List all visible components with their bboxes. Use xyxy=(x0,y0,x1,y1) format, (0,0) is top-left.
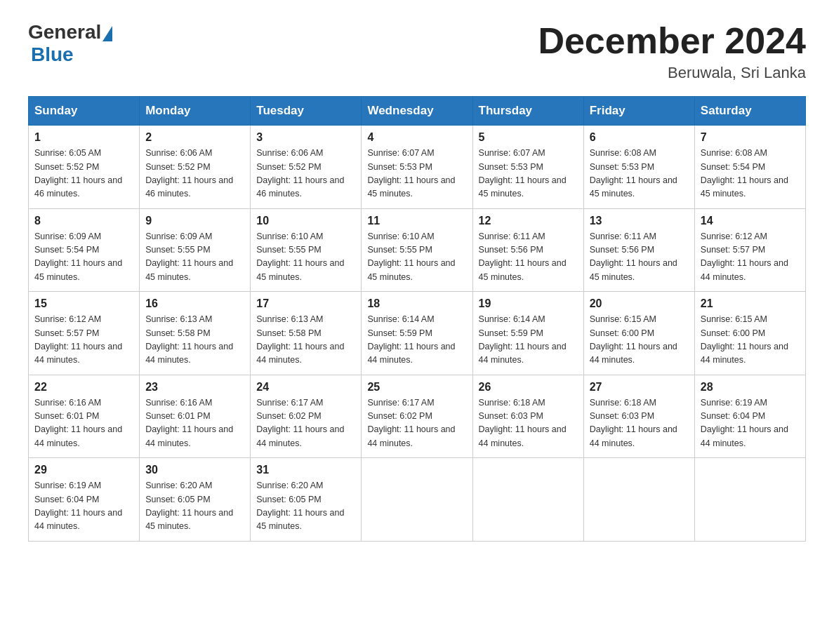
day-info: Sunrise: 6:16 AMSunset: 6:01 PMDaylight:… xyxy=(145,396,244,451)
calendar-week-row: 1Sunrise: 6:05 AMSunset: 5:52 PMDaylight… xyxy=(29,126,806,209)
day-number: 19 xyxy=(479,297,578,310)
day-number: 29 xyxy=(34,464,133,476)
day-info: Sunrise: 6:05 AMSunset: 5:52 PMDaylight:… xyxy=(34,147,133,201)
day-number: 7 xyxy=(701,131,800,144)
day-info: Sunrise: 6:07 AMSunset: 5:53 PMDaylight:… xyxy=(479,147,578,201)
calendar-cell: 8Sunrise: 6:09 AMSunset: 5:54 PMDaylight… xyxy=(29,208,140,292)
day-info: Sunrise: 6:09 AMSunset: 5:54 PMDaylight:… xyxy=(34,230,133,285)
calendar-cell: 3Sunrise: 6:06 AMSunset: 5:52 PMDaylight… xyxy=(251,126,362,209)
day-number: 2 xyxy=(145,131,244,144)
day-info: Sunrise: 6:06 AMSunset: 5:52 PMDaylight:… xyxy=(256,147,355,201)
day-info: Sunrise: 6:19 AMSunset: 6:04 PMDaylight:… xyxy=(34,479,133,534)
calendar-cell: 25Sunrise: 6:17 AMSunset: 6:02 PMDayligh… xyxy=(362,375,472,458)
day-info: Sunrise: 6:18 AMSunset: 6:03 PMDaylight:… xyxy=(479,396,578,451)
day-info: Sunrise: 6:20 AMSunset: 6:05 PMDaylight:… xyxy=(256,479,355,534)
logo-general-text: General xyxy=(28,21,101,43)
day-info: Sunrise: 6:14 AMSunset: 5:59 PMDaylight:… xyxy=(479,313,578,368)
day-number: 3 xyxy=(256,131,355,144)
calendar-cell: 9Sunrise: 6:09 AMSunset: 5:55 PMDaylight… xyxy=(140,208,251,292)
day-info: Sunrise: 6:09 AMSunset: 5:55 PMDaylight:… xyxy=(145,230,244,285)
day-info: Sunrise: 6:20 AMSunset: 6:05 PMDaylight:… xyxy=(145,479,244,534)
calendar-header-saturday: Saturday xyxy=(694,97,805,126)
day-info: Sunrise: 6:17 AMSunset: 6:02 PMDaylight:… xyxy=(256,396,355,451)
calendar-cell: 17Sunrise: 6:13 AMSunset: 5:58 PMDayligh… xyxy=(251,292,362,375)
calendar-cell: 15Sunrise: 6:12 AMSunset: 5:57 PMDayligh… xyxy=(29,292,140,375)
day-number: 10 xyxy=(256,215,355,227)
logo-blue-text: Blue xyxy=(31,43,74,65)
day-number: 30 xyxy=(145,464,244,476)
day-info: Sunrise: 6:12 AMSunset: 5:57 PMDaylight:… xyxy=(34,313,133,368)
location-text: Beruwala, Sri Lanka xyxy=(538,64,806,82)
calendar-table: SundayMondayTuesdayWednesdayThursdayFrid… xyxy=(28,96,806,542)
calendar-cell xyxy=(472,458,583,542)
day-info: Sunrise: 6:19 AMSunset: 6:04 PMDaylight:… xyxy=(701,396,800,451)
calendar-header-row: SundayMondayTuesdayWednesdayThursdayFrid… xyxy=(29,97,806,126)
day-info: Sunrise: 6:13 AMSunset: 5:58 PMDaylight:… xyxy=(145,313,244,368)
calendar-cell: 31Sunrise: 6:20 AMSunset: 6:05 PMDayligh… xyxy=(251,458,362,542)
calendar-week-row: 29Sunrise: 6:19 AMSunset: 6:04 PMDayligh… xyxy=(29,458,806,542)
day-info: Sunrise: 6:07 AMSunset: 5:53 PMDaylight:… xyxy=(367,147,466,201)
calendar-cell xyxy=(362,458,472,542)
day-number: 15 xyxy=(34,297,133,310)
calendar-cell: 22Sunrise: 6:16 AMSunset: 6:01 PMDayligh… xyxy=(29,375,140,458)
calendar-cell: 6Sunrise: 6:08 AMSunset: 5:53 PMDaylight… xyxy=(583,126,694,209)
day-number: 27 xyxy=(590,381,689,394)
day-number: 31 xyxy=(256,464,355,476)
day-number: 25 xyxy=(367,381,466,394)
day-info: Sunrise: 6:08 AMSunset: 5:54 PMDaylight:… xyxy=(701,147,800,201)
day-number: 12 xyxy=(479,215,578,227)
calendar-cell: 2Sunrise: 6:06 AMSunset: 5:52 PMDaylight… xyxy=(140,126,251,209)
calendar-cell xyxy=(694,458,805,542)
day-info: Sunrise: 6:10 AMSunset: 5:55 PMDaylight:… xyxy=(367,230,466,285)
day-info: Sunrise: 6:06 AMSunset: 5:52 PMDaylight:… xyxy=(145,147,244,201)
day-number: 17 xyxy=(256,297,355,310)
day-info: Sunrise: 6:16 AMSunset: 6:01 PMDaylight:… xyxy=(34,396,133,451)
day-number: 28 xyxy=(701,381,800,394)
calendar-cell: 27Sunrise: 6:18 AMSunset: 6:03 PMDayligh… xyxy=(583,375,694,458)
day-number: 22 xyxy=(34,381,133,394)
day-info: Sunrise: 6:18 AMSunset: 6:03 PMDaylight:… xyxy=(590,396,689,451)
day-number: 26 xyxy=(479,381,578,394)
day-info: Sunrise: 6:15 AMSunset: 6:00 PMDaylight:… xyxy=(701,313,800,368)
day-info: Sunrise: 6:15 AMSunset: 6:00 PMDaylight:… xyxy=(590,313,689,368)
calendar-cell: 20Sunrise: 6:15 AMSunset: 6:00 PMDayligh… xyxy=(583,292,694,375)
day-number: 20 xyxy=(590,297,689,310)
day-number: 1 xyxy=(34,131,133,144)
day-number: 8 xyxy=(34,215,133,227)
calendar-cell: 21Sunrise: 6:15 AMSunset: 6:00 PMDayligh… xyxy=(694,292,805,375)
page-header: General Blue December 2024 Beruwala, Sri… xyxy=(28,21,806,82)
day-info: Sunrise: 6:17 AMSunset: 6:02 PMDaylight:… xyxy=(367,396,466,451)
calendar-header-friday: Friday xyxy=(583,97,694,126)
calendar-header-thursday: Thursday xyxy=(472,97,583,126)
calendar-cell: 26Sunrise: 6:18 AMSunset: 6:03 PMDayligh… xyxy=(472,375,583,458)
day-info: Sunrise: 6:11 AMSunset: 5:56 PMDaylight:… xyxy=(590,230,689,285)
calendar-week-row: 15Sunrise: 6:12 AMSunset: 5:57 PMDayligh… xyxy=(29,292,806,375)
calendar-cell: 13Sunrise: 6:11 AMSunset: 5:56 PMDayligh… xyxy=(583,208,694,292)
month-title: December 2024 xyxy=(538,21,806,61)
day-number: 18 xyxy=(367,297,466,310)
day-number: 21 xyxy=(701,297,800,310)
calendar-cell: 1Sunrise: 6:05 AMSunset: 5:52 PMDaylight… xyxy=(29,126,140,209)
calendar-cell: 12Sunrise: 6:11 AMSunset: 5:56 PMDayligh… xyxy=(472,208,583,292)
calendar-cell: 4Sunrise: 6:07 AMSunset: 5:53 PMDaylight… xyxy=(362,126,472,209)
logo: General Blue xyxy=(28,21,112,66)
day-info: Sunrise: 6:11 AMSunset: 5:56 PMDaylight:… xyxy=(479,230,578,285)
day-number: 9 xyxy=(145,215,244,227)
calendar-week-row: 8Sunrise: 6:09 AMSunset: 5:54 PMDaylight… xyxy=(29,208,806,292)
calendar-header-tuesday: Tuesday xyxy=(251,97,362,126)
day-number: 4 xyxy=(367,131,466,144)
calendar-header-monday: Monday xyxy=(140,97,251,126)
calendar-cell: 30Sunrise: 6:20 AMSunset: 6:05 PMDayligh… xyxy=(140,458,251,542)
calendar-cell: 10Sunrise: 6:10 AMSunset: 5:55 PMDayligh… xyxy=(251,208,362,292)
day-number: 5 xyxy=(479,131,578,144)
calendar-cell: 14Sunrise: 6:12 AMSunset: 5:57 PMDayligh… xyxy=(694,208,805,292)
day-info: Sunrise: 6:12 AMSunset: 5:57 PMDaylight:… xyxy=(701,230,800,285)
day-number: 24 xyxy=(256,381,355,394)
calendar-cell: 24Sunrise: 6:17 AMSunset: 6:02 PMDayligh… xyxy=(251,375,362,458)
day-number: 6 xyxy=(590,131,689,144)
day-info: Sunrise: 6:14 AMSunset: 5:59 PMDaylight:… xyxy=(367,313,466,368)
calendar-cell: 11Sunrise: 6:10 AMSunset: 5:55 PMDayligh… xyxy=(362,208,472,292)
calendar-cell: 5Sunrise: 6:07 AMSunset: 5:53 PMDaylight… xyxy=(472,126,583,209)
calendar-cell: 28Sunrise: 6:19 AMSunset: 6:04 PMDayligh… xyxy=(694,375,805,458)
title-section: December 2024 Beruwala, Sri Lanka xyxy=(538,21,806,82)
